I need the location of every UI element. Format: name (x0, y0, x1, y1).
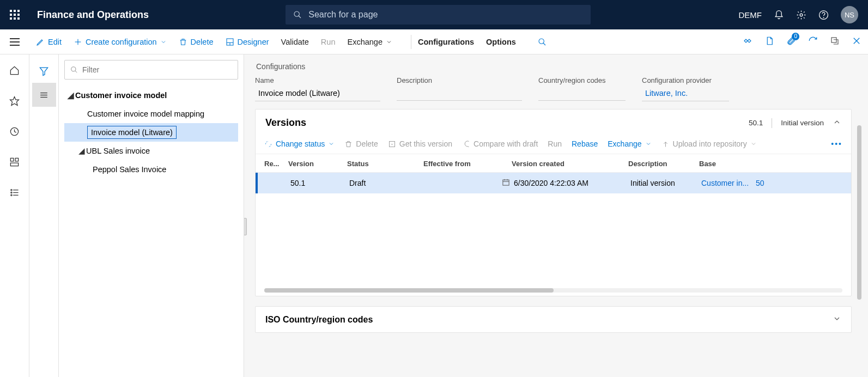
attachments-button[interactable]: 0 (786, 36, 796, 47)
nav-rail (0, 54, 29, 377)
col-base[interactable]: Base (699, 160, 754, 168)
close-icon (852, 36, 861, 46)
svg-point-20 (11, 189, 12, 190)
validate-button[interactable]: Validate (281, 38, 309, 46)
name-field[interactable]: Invoice model (Litware) (255, 87, 380, 101)
nav-workspaces[interactable] (4, 151, 25, 172)
provider-link[interactable]: Litware, Inc. (642, 87, 729, 101)
popout-icon (830, 36, 840, 46)
global-header: Finance and Operations Search for a page… (0, 0, 868, 29)
caret-down-icon[interactable]: ◢ (66, 91, 75, 100)
search-icon (70, 66, 78, 74)
tree-node[interactable]: Peppol Sales Invoice (64, 160, 238, 179)
search-icon (293, 10, 302, 19)
field-label: Configuration provider (642, 76, 729, 84)
svg-line-1 (299, 16, 301, 18)
pencil-icon (36, 38, 45, 46)
splitter-handle[interactable] (244, 218, 247, 235)
more-actions-button[interactable]: ••• (831, 139, 842, 148)
trash-icon (179, 38, 187, 46)
svg-point-0 (294, 11, 299, 16)
delete-button[interactable]: Delete (179, 38, 214, 46)
version-delete-button: Delete (344, 139, 378, 148)
col-version[interactable]: Version (288, 160, 347, 168)
nav-toggle-icon[interactable] (10, 38, 23, 46)
meta-description: Initial version (781, 119, 824, 127)
search-placeholder: Search for a page (308, 10, 378, 20)
col-status[interactable]: Status (347, 160, 423, 168)
company-code[interactable]: DEMF (738, 10, 762, 20)
horizontal-scrollbar[interactable] (264, 288, 842, 293)
nav-modules[interactable] (4, 182, 25, 203)
designer-icon (226, 38, 234, 46)
compare-button: Compare with draft (462, 139, 538, 148)
home-icon (9, 65, 20, 76)
find-button[interactable] (538, 38, 547, 46)
global-search[interactable]: Search for a page (286, 5, 591, 25)
expand-button[interactable] (833, 314, 841, 325)
calendar-icon[interactable] (502, 178, 514, 188)
gear-icon[interactable] (796, 10, 806, 20)
tree-node-root[interactable]: ◢Customer invoice model (64, 86, 238, 105)
filter-input[interactable] (82, 65, 232, 74)
vertical-scrollbar[interactable] (857, 125, 861, 300)
bell-icon[interactable] (774, 10, 784, 20)
cell-base-num[interactable]: 50 (756, 179, 778, 187)
collapse-button[interactable] (833, 118, 841, 128)
refresh-button[interactable] (808, 36, 818, 47)
rebase-button[interactable]: Rebase (572, 139, 598, 148)
nav-recent[interactable] (4, 121, 25, 142)
version-exchange-menu[interactable]: Exchange (608, 139, 651, 148)
cycle-icon (264, 140, 272, 148)
action-toolbar: Edit Create configuration Delete Designe… (0, 29, 868, 54)
country-field[interactable] (538, 87, 626, 101)
get-icon (388, 140, 396, 148)
svg-rect-18 (15, 158, 19, 161)
secondary-rail (29, 54, 59, 377)
run-button: Run (321, 38, 336, 46)
list-pane-button[interactable] (32, 83, 56, 107)
refresh-icon (808, 36, 818, 46)
app-launcher-icon[interactable] (10, 10, 20, 20)
list-icon (9, 187, 20, 198)
tree-filter[interactable] (64, 60, 238, 80)
cell-base-link[interactable]: Customer in... (701, 179, 756, 187)
get-version-button: Get this version (388, 139, 452, 148)
tree-node[interactable]: Customer invoice model mapping (64, 105, 238, 123)
caret-down-icon[interactable]: ◢ (77, 147, 86, 155)
svg-point-30 (71, 67, 76, 71)
create-configuration-button[interactable]: Create configuration (74, 38, 167, 46)
popout-button[interactable] (830, 36, 840, 47)
upload-icon (661, 140, 670, 148)
configurations-tab[interactable]: Configurations (418, 38, 474, 46)
close-button[interactable] (852, 36, 861, 47)
link-icon[interactable] (743, 36, 752, 47)
description-field[interactable] (397, 87, 522, 101)
options-tab[interactable]: Options (486, 38, 516, 46)
versions-table-header: Re... Version Status Effective from Vers… (256, 154, 851, 173)
svg-rect-12 (831, 38, 836, 42)
filter-pane-button[interactable] (32, 59, 56, 83)
field-label: Description (397, 76, 522, 84)
tree-node-selected[interactable]: Invoice model (Litware) (64, 123, 238, 142)
cell-created: 6/30/2020 4:22:03 AM (514, 179, 630, 187)
version-row[interactable]: 50.1 Draft 6/30/2020 4:22:03 AM Initial … (256, 173, 851, 193)
col-description[interactable]: Description (628, 160, 699, 168)
change-status-button[interactable]: Change status (264, 139, 335, 148)
svg-rect-34 (503, 180, 509, 185)
user-avatar[interactable]: NS (841, 6, 858, 23)
help-icon[interactable] (818, 10, 829, 20)
nav-favorites[interactable] (4, 90, 25, 111)
document-icon[interactable] (764, 36, 774, 47)
designer-button[interactable]: Designer (226, 38, 269, 46)
tree-node[interactable]: ◢UBL Sales invoice (64, 142, 238, 160)
edit-button[interactable]: Edit (36, 38, 62, 46)
nav-home[interactable] (4, 60, 25, 81)
col-re[interactable]: Re... (264, 160, 288, 168)
exchange-menu[interactable]: Exchange (347, 38, 392, 46)
col-created[interactable]: Version created (512, 160, 628, 168)
col-effective[interactable]: Effective from (423, 160, 500, 168)
cell-description: Initial version (630, 179, 701, 187)
plus-icon (74, 38, 82, 46)
chevron-down-icon (750, 141, 757, 147)
